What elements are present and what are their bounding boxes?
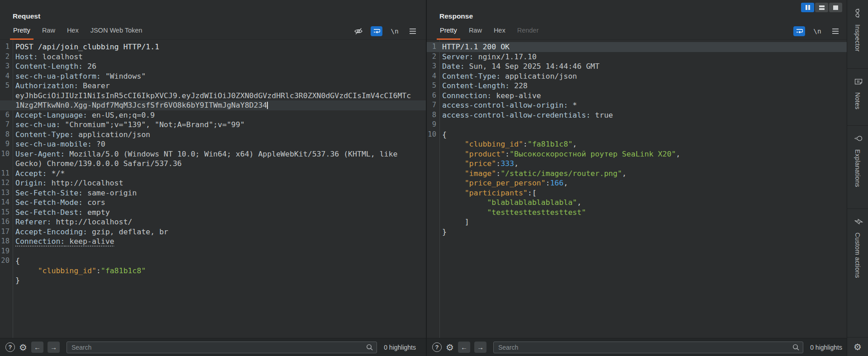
line-number: 3 <box>0 62 13 71</box>
line-number: 6 <box>427 91 439 101</box>
line-number: 4 <box>427 71 439 81</box>
code-line: 7access-control-allow-origin: * <box>427 100 847 110</box>
line-number: 15 <box>0 208 13 218</box>
code-line: 6Connection: keep-alive <box>427 91 847 101</box>
sidebar-tab-custom-actions[interactable]: Custom actions <box>847 209 868 297</box>
code-line: 11Accept: */* <box>0 169 426 179</box>
code-line: "blablablablablabla", <box>427 198 847 208</box>
word-wrap-icon[interactable] <box>371 26 382 36</box>
request-search-wrap <box>67 342 377 353</box>
line-number <box>0 266 13 276</box>
next-match-button[interactable]: → <box>48 342 60 353</box>
layout-single-button[interactable] <box>829 3 842 12</box>
request-code-rows: 1POST /api/join_clubbing HTTP/1.12Host: … <box>0 42 426 285</box>
code-line: 14Sec-Fetch-Mode: cors <box>0 198 426 208</box>
line-number <box>0 275 13 285</box>
tab-request-hex[interactable]: Hex <box>63 23 83 40</box>
code-line: 16Referer: http://localhost/ <box>0 217 426 227</box>
line-number <box>0 100 13 110</box>
help-icon[interactable]: ? <box>5 342 15 352</box>
gear-icon: ⚙ <box>854 342 862 351</box>
tab-request-pretty[interactable]: Pretty <box>9 23 34 40</box>
line-number: 7 <box>0 120 13 130</box>
hide-nonprintable-icon[interactable] <box>353 26 364 36</box>
sidebar-tab-inspector[interactable]: Inspector <box>847 0 868 69</box>
line-number <box>427 149 439 159</box>
tab-request-jwt[interactable]: JSON Web Token <box>86 23 147 40</box>
line-number: 2 <box>0 52 13 62</box>
newline-chars-icon[interactable]: \n <box>811 26 823 36</box>
menu-icon[interactable] <box>830 26 841 36</box>
tab-response-raw[interactable]: Raw <box>465 23 486 40</box>
line-number <box>427 169 439 179</box>
newline-chars-icon[interactable]: \n <box>389 26 401 36</box>
glasses-icon <box>852 8 863 18</box>
tab-request-raw[interactable]: Raw <box>38 23 59 40</box>
side-panel-tabs: Inspector Notes Explanations <box>847 0 868 356</box>
word-wrap-icon[interactable] <box>793 26 805 36</box>
tab-response-hex[interactable]: Hex <box>490 23 510 40</box>
layout-buttons <box>801 3 842 12</box>
sidebar-tab-label: Notes <box>854 92 861 109</box>
code-line: 15Sec-Fetch-Dest: empty <box>0 208 426 218</box>
request-toolbar: \n <box>353 26 426 36</box>
code-line: 12Origin: http://localhost <box>0 178 426 188</box>
response-panel: Response Pretty Raw Hex Render \n <box>427 0 847 356</box>
line-number <box>427 208 439 218</box>
line-number <box>427 159 439 169</box>
line-number: 12 <box>0 178 13 188</box>
response-search-wrap <box>493 342 803 353</box>
sidebar-tab-explanations[interactable]: Explanations <box>847 126 868 209</box>
layout-stacked-button[interactable] <box>815 3 828 12</box>
sidebar-tab-label: Inspector <box>854 24 861 52</box>
document-icon <box>852 77 863 86</box>
code-line: 19 <box>0 247 426 256</box>
line-number: 17 <box>0 227 13 237</box>
sidebar-tab-notes[interactable]: Notes <box>847 69 868 126</box>
code-line: "price_per_person":166, <box>427 178 847 188</box>
line-number <box>427 178 439 188</box>
line-number: 1 <box>0 42 13 52</box>
line-number: 14 <box>0 198 13 208</box>
code-line: "price":333, <box>427 159 847 169</box>
sidebar-tab-label: Explanations <box>854 149 861 187</box>
code-line: ] <box>427 217 847 227</box>
code-line: "product":"Высокоскоростной роутер SeaLi… <box>427 149 847 159</box>
code-line: 10User-Agent: Mozilla/5.0 (Windows NT 10… <box>0 149 426 159</box>
line-number: 20 <box>0 256 13 266</box>
line-number <box>427 198 439 208</box>
code-line: 5Content-Length: 228 <box>427 81 847 91</box>
line-number: 8 <box>427 110 439 120</box>
gear-icon[interactable]: ⚙ <box>446 343 454 352</box>
line-number: 5 <box>0 81 13 91</box>
code-line: 1HTTP/1.1 200 OK <box>427 42 847 52</box>
code-line: 20{ <box>0 256 426 266</box>
line-number <box>427 217 439 227</box>
gear-icon[interactable]: ⚙ <box>19 343 27 352</box>
line-number: 7 <box>427 100 439 110</box>
request-search-bar: ? ⚙ ← → 0 highlights <box>0 338 426 356</box>
sidebar-settings[interactable]: ⚙ <box>847 337 868 356</box>
prev-match-button[interactable]: ← <box>458 342 470 353</box>
line-number: 13 <box>0 188 13 198</box>
next-match-button[interactable]: → <box>474 342 486 353</box>
search-icon <box>366 343 373 353</box>
code-line: 8access-control-allow-credentials: true <box>427 110 847 120</box>
code-line: } <box>0 275 426 285</box>
code-line: 6Accept-Language: en-US,en;q=0.9 <box>0 110 426 120</box>
code-line: "testtesttesttesttest" <box>427 208 847 218</box>
request-panel: Request Pretty Raw Hex JSON Web Token <box>0 0 426 356</box>
request-editor[interactable]: 1POST /api/join_clubbing HTTP/1.12Host: … <box>0 40 426 338</box>
code-line: 1Nzg2MTkwNn0.Xgg-Npdf7MqM3JcsfSfr6VO8k6b… <box>0 100 426 110</box>
help-icon[interactable]: ? <box>432 342 442 352</box>
layout-columns-button[interactable] <box>801 3 814 12</box>
menu-icon[interactable] <box>407 26 419 36</box>
line-number: 11 <box>0 169 13 179</box>
response-editor[interactable]: 1HTTP/1.1 200 OK2Server: nginx/1.17.103D… <box>427 40 847 338</box>
tab-response-pretty[interactable]: Pretty <box>436 23 461 40</box>
response-search-input[interactable] <box>493 342 803 353</box>
line-number: 2 <box>427 52 439 62</box>
request-search-input[interactable] <box>67 342 377 353</box>
prev-match-button[interactable]: ← <box>31 342 43 353</box>
line-number: 1 <box>427 42 439 52</box>
